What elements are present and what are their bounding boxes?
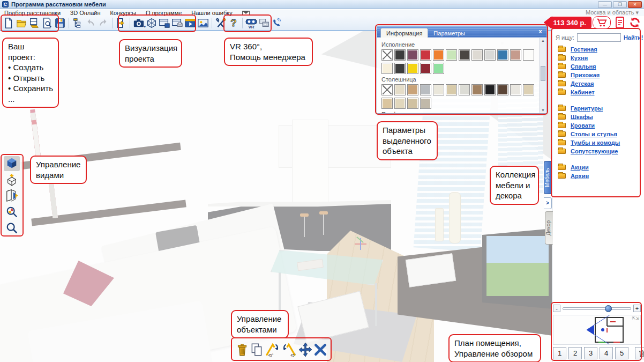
material-swatch[interactable] <box>510 84 521 95</box>
snapshot-button[interactable]: ▾ <box>132 17 145 29</box>
order-document-button[interactable] <box>615 17 625 28</box>
settings-button[interactable] <box>214 17 227 29</box>
material-swatch[interactable] <box>446 84 457 95</box>
camera-preset-5[interactable]: 5 <box>615 347 628 359</box>
sidebar-item-Гарнитуры[interactable]: Гарнитуры <box>558 104 620 113</box>
zoom-button[interactable] <box>4 220 20 235</box>
material-swatch[interactable] <box>394 98 406 109</box>
material-swatch[interactable] <box>381 49 393 61</box>
video-button[interactable] <box>184 17 197 29</box>
material-swatch[interactable] <box>523 49 534 61</box>
zoom-selection-button[interactable] <box>4 204 20 219</box>
rotate-right-45-button[interactable]: 45° <box>281 342 297 357</box>
menu-item[interactable]: Конкурсы <box>110 10 136 16</box>
plan-expand-icon[interactable]: ⇱⇲ <box>632 316 639 321</box>
vr-360-button[interactable]: VR <box>245 17 258 29</box>
material-swatch[interactable] <box>420 63 431 74</box>
cancel-selection-button[interactable] <box>313 343 327 357</box>
delete-object-button[interactable] <box>235 342 249 357</box>
material-swatch[interactable] <box>523 84 534 95</box>
material-swatch[interactable] <box>407 98 418 109</box>
zoom-slider-knob[interactable] <box>605 305 612 312</box>
material-swatch[interactable] <box>459 84 470 95</box>
minimize-button[interactable]: — <box>598 1 612 8</box>
sidebar-item-Кабинет[interactable]: Кабинет <box>558 88 620 97</box>
material-swatch[interactable] <box>394 63 406 74</box>
rotate-3d-view-button[interactable] <box>145 17 158 29</box>
delete-camera-preset-button[interactable] <box>635 347 644 359</box>
refresh-button[interactable] <box>629 17 641 28</box>
material-swatch[interactable] <box>433 63 444 74</box>
material-swatch[interactable] <box>510 49 521 61</box>
sidebar-item-Столы и стулья[interactable]: Столы и стулья <box>558 130 620 138</box>
sidebar-item-Кухня[interactable]: Кухня <box>558 54 620 62</box>
material-swatch[interactable] <box>471 49 483 61</box>
cart-button[interactable] <box>593 16 611 29</box>
floor-plan-minimap[interactable]: ⇱⇲ <box>553 315 641 345</box>
help-button[interactable]: ? <box>227 17 240 29</box>
view-top-button[interactable] <box>4 172 20 187</box>
material-swatch[interactable] <box>471 84 483 95</box>
tab-decor[interactable]: Декор <box>545 211 553 245</box>
redo-button[interactable] <box>97 17 110 29</box>
camera-preset-2[interactable]: 2 <box>568 347 582 359</box>
sidebar-item-Гостиная[interactable]: Гостиная <box>558 45 620 54</box>
zoom-in-button[interactable]: + <box>633 305 641 312</box>
mail-icon[interactable] <box>242 11 250 16</box>
copy-object-button[interactable] <box>250 342 264 357</box>
materials-panel-header[interactable]: Информация Параметры x <box>377 26 546 38</box>
save-view-button[interactable] <box>158 17 171 29</box>
region-selector[interactable]: Москва и область ▾ <box>586 9 639 16</box>
sidebar-item-Кровати[interactable]: Кровати <box>558 121 620 130</box>
camera-preset-4[interactable]: 4 <box>600 347 613 359</box>
sidebar-item-Детская[interactable]: Детская <box>558 79 620 88</box>
sidebar-item-Тумбы и комоды[interactable]: Тумбы и комоды <box>558 138 620 147</box>
menu-item[interactable]: Подбор расстановки <box>4 10 61 16</box>
sidebar-item-Акции[interactable]: Акции <box>558 163 620 172</box>
menu-item[interactable]: 3D Онлайн <box>70 10 101 16</box>
zoom-out-button[interactable]: - <box>553 305 560 312</box>
sidebar-item-Шкафы[interactable]: Шкафы <box>558 113 620 121</box>
material-swatch[interactable] <box>446 49 457 61</box>
call-manager-button[interactable] <box>271 17 283 29</box>
sidebar-item-Архив[interactable]: Архив <box>558 172 620 180</box>
save-project-button[interactable] <box>54 17 66 29</box>
view-front-button[interactable] <box>4 188 20 203</box>
zoom-slider[interactable] <box>563 307 631 310</box>
restore-button[interactable]: ❐ <box>613 1 627 8</box>
panel-close-icon[interactable]: x <box>537 28 544 35</box>
material-swatch[interactable] <box>433 49 444 61</box>
view-3d-button[interactable] <box>4 156 20 171</box>
undo-button[interactable] <box>84 17 97 29</box>
exit-button[interactable] <box>115 17 128 29</box>
close-button[interactable]: ✕ <box>628 1 642 8</box>
material-swatch[interactable] <box>381 84 393 95</box>
camera-preset-1[interactable]: 1 <box>553 347 566 359</box>
search-input[interactable] <box>577 33 621 42</box>
image-export-button[interactable] <box>197 17 209 29</box>
sidebar-collapse-button[interactable]: > <box>544 197 552 209</box>
material-swatch[interactable] <box>394 49 406 61</box>
print-view-button[interactable] <box>171 17 184 29</box>
scrollbar-thumb[interactable] <box>541 66 545 81</box>
load-arrangement-button[interactable] <box>28 17 41 29</box>
tab-parameters[interactable]: Параметры <box>428 28 470 38</box>
material-swatch[interactable] <box>433 84 444 95</box>
search-button[interactable]: Найти! <box>624 34 643 41</box>
project-structure-button[interactable] <box>71 17 84 29</box>
material-swatch[interactable] <box>407 63 418 74</box>
materials-scrollbar[interactable]: ▲ ▼ <box>540 38 546 113</box>
material-swatch[interactable] <box>459 49 470 61</box>
sidebar-item-Прихожая[interactable]: Прихожая <box>558 71 620 79</box>
manager-chat-button[interactable] <box>258 17 271 29</box>
material-swatch[interactable] <box>407 84 418 95</box>
sidebar-item-Спальня[interactable]: Спальня <box>558 62 620 71</box>
material-swatch[interactable] <box>420 84 431 95</box>
material-swatch[interactable] <box>497 84 508 95</box>
material-swatch[interactable] <box>394 84 406 95</box>
material-swatch[interactable] <box>497 49 508 61</box>
open-project-button[interactable] <box>15 17 28 29</box>
move-object-button[interactable] <box>298 342 313 357</box>
camera-preset-3[interactable]: 3 <box>584 347 597 359</box>
sidebar-item-Сопутствующие[interactable]: Сопутствующие <box>558 147 620 156</box>
